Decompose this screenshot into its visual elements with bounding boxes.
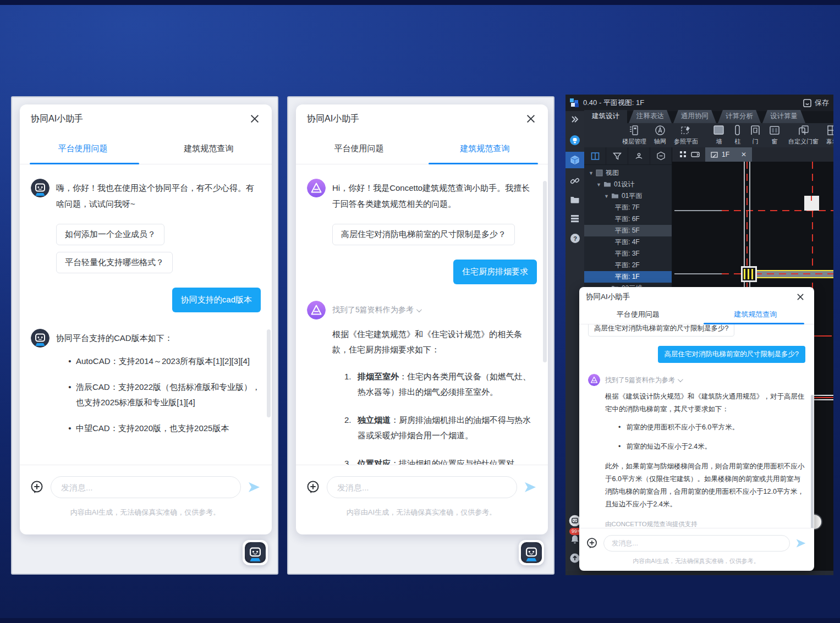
- chevron-down-icon: [416, 307, 422, 312]
- tool-door[interactable]: 门: [746, 123, 765, 147]
- bot-answer-more: 此外，如果前室与防烟楼梯间合用，则合用前室的使用面积不应小于6.0平方米（仅限住…: [605, 460, 805, 511]
- grid-dots-icon[interactable]: [680, 151, 687, 158]
- tool-window[interactable]: 窗: [765, 123, 784, 147]
- ai-assistant-fab[interactable]: [243, 540, 268, 565]
- rail-files-button[interactable]: [566, 191, 584, 208]
- tree-root-views[interactable]: ▼ 视图: [584, 167, 672, 179]
- close-icon[interactable]: [797, 293, 804, 301]
- close-tab-icon[interactable]: ✕: [741, 151, 746, 158]
- tree-item-plane-1f[interactable]: 平面: 1F: [584, 271, 672, 283]
- model-box-button[interactable]: [650, 147, 672, 164]
- message-input[interactable]: [603, 535, 790, 552]
- hexagon-box-icon: [656, 151, 666, 161]
- locate-button[interactable]: [628, 147, 650, 164]
- ribbon-tab-architecture[interactable]: 建筑设计: [584, 110, 627, 123]
- user-message-bubble: 高层住宅对消防电梯前室的尺寸限制是多少?: [658, 346, 805, 363]
- suggestion-chip[interactable]: 高层住宅对消防电梯前室的尺寸限制是多少?: [588, 324, 734, 337]
- link-icon: [570, 176, 580, 186]
- attach-plus-icon[interactable]: [30, 480, 44, 494]
- chat-card: 协同AI小助手 平台使用问题 建筑规范查询 Hi，你好！我是Concetto建筑…: [296, 104, 548, 534]
- attach-plus-icon[interactable]: [586, 537, 598, 549]
- svg-text:?: ?: [573, 235, 577, 241]
- scrollbar-thumb[interactable]: [267, 329, 271, 417]
- chat-title: 协同AI小助手: [307, 113, 359, 125]
- double-chevron-right-icon: [571, 116, 579, 123]
- ribbon-tab-analysis[interactable]: 计算分析: [718, 110, 761, 123]
- chat-title: 协同AI小助手: [31, 113, 83, 125]
- tab-building-code[interactable]: 建筑规范查询: [422, 133, 548, 164]
- switch-view-icon[interactable]: [691, 151, 700, 158]
- tool-column[interactable]: 柱: [729, 123, 746, 147]
- panel-layout-button[interactable]: [584, 147, 606, 164]
- rail-link-button[interactable]: [566, 173, 584, 189]
- rail-layers-button[interactable]: [566, 210, 584, 227]
- tree-folder-01design[interactable]: ▼ 01设计: [584, 179, 672, 190]
- ai-assistant-fab[interactable]: [519, 540, 544, 565]
- rail-help-button[interactable]: ?: [566, 230, 584, 246]
- tool-reference-plane[interactable]: 参照平面: [670, 123, 702, 147]
- window-title: 0.40 - 平面视图: 1F: [583, 98, 803, 108]
- bell-icon: [570, 534, 580, 544]
- filter-button[interactable]: [606, 147, 628, 164]
- tree-item-plane-4f[interactable]: 平面: 4F: [584, 236, 672, 248]
- user-message-bubble: 住宅厨房排烟要求: [453, 260, 537, 284]
- grid-line-gray: [674, 210, 722, 211]
- rail-model-button[interactable]: [566, 152, 584, 168]
- list-icon: [570, 213, 580, 223]
- suggestion-chip[interactable]: 高层住宅对消防电梯前室的尺寸限制是多少？: [332, 224, 515, 245]
- tool-wall[interactable]: 墙: [709, 123, 729, 147]
- columns-icon: [591, 152, 600, 161]
- suggestion-chip[interactable]: 平台轻量化支持哪些格式？: [56, 252, 173, 273]
- attach-plus-icon[interactable]: [306, 480, 320, 494]
- powered-by-note: 由CONCETTO规范查询提供支持: [605, 519, 805, 528]
- bot-avatar: [307, 301, 326, 319]
- answer-item: 2. 独立烟道：厨房排油烟机排出的油烟不得与热水器或采暖炉排烟合用一个烟道。: [344, 412, 537, 444]
- tree-item-plane-3f[interactable]: 平面: 3F: [584, 248, 672, 260]
- close-icon[interactable]: [250, 114, 260, 124]
- bot-avatar: [31, 179, 50, 197]
- rail-expand-button[interactable]: [566, 111, 584, 128]
- tab-platform-usage[interactable]: 平台使用问题: [20, 133, 146, 164]
- tree-item-plane-5f[interactable]: 平面: 5F: [584, 225, 672, 236]
- send-icon[interactable]: [248, 481, 261, 494]
- ribbon-tab-annotation[interactable]: 注释表达: [629, 110, 672, 123]
- tab-platform-usage[interactable]: 平台使用问题: [579, 305, 697, 324]
- tab-building-code[interactable]: 建筑规范查询: [146, 133, 272, 164]
- ribbon-tab-quantity[interactable]: 设计算量: [762, 110, 805, 123]
- tree-item-plane-2f[interactable]: 平面: 2F: [584, 260, 672, 271]
- message-list: Hi，你好！我是Concetto建筑规范查询小助手。我擅长于回答各类建筑规范相关…: [296, 164, 548, 465]
- chevron-down-icon: [678, 377, 683, 382]
- tree-folder-01plan[interactable]: ▼ 01平面: [584, 190, 672, 202]
- tab-building-code[interactable]: 建筑规范查询: [697, 305, 815, 324]
- chat-panel-platform: 协同AI小助手 平台使用问题 建筑规范查询 嗨，你好！我也在使用这个协同平台，有…: [11, 96, 278, 575]
- tool-curtain-wall[interactable]: 幕墙: [822, 123, 833, 147]
- axis-grid-icon: [654, 124, 666, 136]
- sources-toggle[interactable]: 找到了5篇资料作为参考: [332, 305, 420, 315]
- bot-answer-intro: 根据《建筑设计防火规范》和《建筑防火通用规范》，对于高层住宅中的消防电梯前室，其…: [605, 390, 805, 416]
- sources-toggle[interactable]: 找到了5篇资料作为参考: [605, 376, 682, 385]
- message-input[interactable]: [327, 476, 517, 498]
- suggestion-chip[interactable]: 如何添加一个企业成员？: [56, 224, 164, 245]
- tool-custom-door-window[interactable]: 自定义门窗: [784, 123, 822, 147]
- scrollbar-thumb[interactable]: [811, 395, 814, 528]
- ribbon-tab-collaboration[interactable]: 通用协同: [673, 110, 716, 123]
- tab-platform-usage[interactable]: 平台使用问题: [296, 133, 422, 164]
- answer-item: 1. 排烟至室外：住宅内各类用气设备（如燃气灶、热水器等）排出的烟气必须排至室外…: [344, 369, 537, 400]
- message-input[interactable]: [51, 476, 241, 498]
- tool-axis-grid[interactable]: 轴网: [650, 123, 670, 147]
- scrollbar-thumb[interactable]: [543, 181, 547, 362]
- close-icon[interactable]: [526, 114, 536, 124]
- column-centerline-tick: [811, 196, 812, 201]
- panel-collapse-handle[interactable]: [814, 514, 822, 530]
- document-tab-1f[interactable]: 1F ✕: [705, 147, 752, 162]
- assistant-icon: [569, 135, 580, 146]
- send-icon[interactable]: [795, 538, 806, 549]
- tree-item-plane-7f[interactable]: 平面: 7F: [584, 202, 672, 213]
- cad-statusbar: [566, 571, 833, 575]
- send-icon[interactable]: [524, 481, 537, 494]
- tree-item-plane-6f[interactable]: 平面: 6F: [584, 213, 672, 225]
- grid-line-gray: [674, 273, 722, 274]
- rail-assistant-button[interactable]: [566, 132, 584, 148]
- save-button[interactable]: 保存: [803, 98, 829, 108]
- tool-floor-manager[interactable]: 楼层管理: [618, 123, 650, 147]
